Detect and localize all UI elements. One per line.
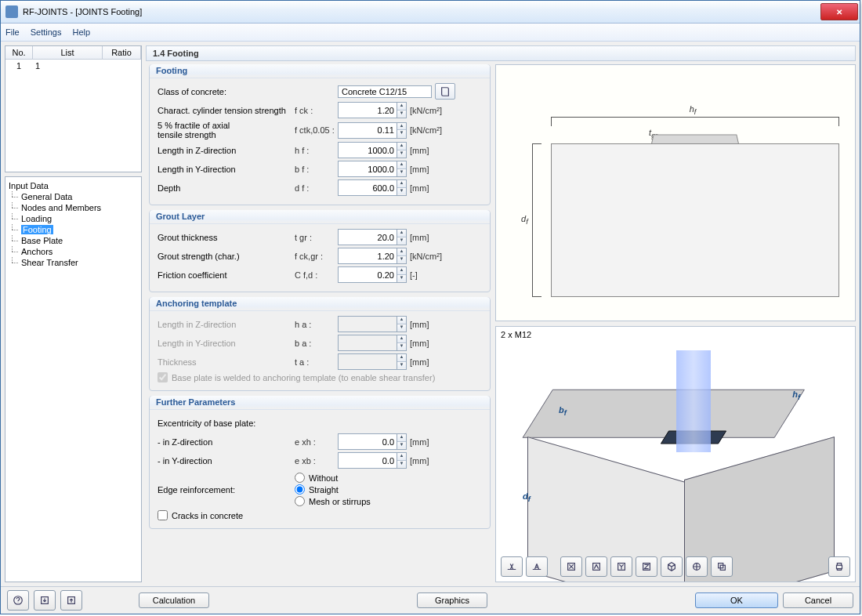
tree-item-shear: Shear Transfer: [7, 257, 139, 268]
import-button[interactable]: [34, 590, 56, 611]
spin-df[interactable]: ▲▼: [397, 179, 407, 196]
copy-icon[interactable]: [711, 556, 733, 577]
spin-fctk[interactable]: ▲▼: [397, 122, 407, 139]
view-yi-icon[interactable]: [610, 556, 632, 577]
unit-ha: [mm]: [410, 320, 429, 329]
form-panel: Footing Class of concrete: Concrete C12/…: [146, 64, 491, 582]
lbl-df: Depth: [158, 183, 295, 193]
spin-fck[interactable]: ▲▼: [397, 102, 407, 118]
input-cfd[interactable]: [338, 266, 397, 283]
menubar: File Settings Help: [1, 24, 860, 42]
radio-straight-row[interactable]: Straight: [295, 484, 482, 495]
spin-bf[interactable]: ▲▼: [397, 161, 407, 177]
sym-bf: b f :: [295, 165, 338, 174]
input-ez[interactable]: [338, 433, 397, 450]
chk-cracks-label: Cracks in concrete: [172, 511, 243, 520]
cancel-button[interactable]: Cancel: [783, 592, 853, 608]
tree-item-loading: Loading: [7, 213, 139, 224]
lbl-cfd: Friction coefficient: [158, 270, 295, 280]
graphics-button[interactable]: Graphics: [417, 592, 487, 608]
help-button[interactable]: [7, 590, 29, 611]
chk-weld-label: Base plate is welded to anchoring templa…: [172, 373, 435, 382]
canvas-elevation[interactable]: hf tgr df: [495, 64, 856, 321]
export-button[interactable]: [60, 590, 82, 611]
sym-ey: e xb :: [295, 456, 338, 466]
table-row[interactable]: 1 1: [5, 60, 141, 72]
view-toolbar: [501, 556, 850, 577]
canvas-3d[interactable]: 2 x M12 hf bf df: [495, 326, 856, 583]
lbl-ha: Length in Z-direction: [158, 320, 295, 329]
input-hf[interactable]: [338, 142, 397, 158]
view-xi-icon[interactable]: [585, 556, 607, 577]
view-zi-icon[interactable]: [636, 556, 657, 577]
calculation-button[interactable]: Calculation: [139, 592, 209, 608]
chk-cracks-row[interactable]: Cracks in concrete: [158, 510, 482, 520]
spin-ey[interactable]: ▲▼: [397, 452, 407, 469]
menu-file[interactable]: File: [5, 27, 20, 37]
cell-no: 1: [5, 60, 32, 72]
sym-ba: b a :: [295, 339, 338, 348]
col-no[interactable]: No.: [5, 46, 33, 59]
concrete-class-dropdown[interactable]: Concrete C12/15: [338, 85, 432, 98]
menu-help[interactable]: Help: [72, 27, 90, 37]
axis-x-icon[interactable]: [501, 556, 523, 577]
radio-mesh[interactable]: [295, 496, 305, 506]
lbl-ta: Thickness: [158, 357, 295, 367]
radio-without-row[interactable]: Without: [295, 473, 482, 483]
spin-ta: ▲▼: [397, 353, 407, 370]
chk-cracks[interactable]: [158, 510, 168, 520]
wireframe-icon[interactable]: [686, 556, 708, 577]
input-ba: [338, 335, 397, 351]
spin-ez[interactable]: ▲▼: [397, 433, 407, 450]
menu-settings[interactable]: Settings: [31, 27, 62, 37]
col-list[interactable]: List: [33, 46, 103, 59]
input-fckgr[interactable]: [338, 248, 397, 264]
radio-mesh-row[interactable]: Mesh or stirrups: [295, 496, 482, 506]
unit-ey: [mm]: [410, 456, 429, 466]
column-shape: [676, 350, 711, 452]
unit-hf: [mm]: [410, 146, 429, 155]
input-ey[interactable]: [338, 452, 397, 469]
spin-tgr[interactable]: ▲▼: [397, 229, 407, 245]
slab-shape: [551, 143, 839, 297]
concrete-library-button[interactable]: [435, 83, 455, 100]
lbl-fck: Charact. cylinder tension strength: [158, 106, 295, 115]
sym-cfd: C f,d :: [295, 270, 338, 280]
spin-hf[interactable]: ▲▼: [397, 142, 407, 158]
group-grout-title: Grout Layer: [150, 210, 490, 224]
ok-button[interactable]: OK: [695, 592, 778, 608]
graphics-panel: hf tgr df 2 x M12: [495, 64, 856, 582]
input-bf[interactable]: [338, 161, 397, 177]
tree-root[interactable]: Input Data: [7, 180, 139, 191]
lbl-bf: Length in Y-direction: [158, 165, 295, 174]
nav-tree[interactable]: Input Data General Data Nodes and Member…: [5, 176, 142, 582]
chk-weld: [158, 372, 168, 382]
titlebar: RF-JOINTS - [JOINTS Footing] ✕: [1, 1, 860, 24]
radio-straight[interactable]: [295, 484, 305, 495]
spin-fckgr[interactable]: ▲▼: [397, 248, 407, 264]
sym-fckgr: f ck,gr :: [295, 252, 338, 261]
unit-fckgr: [kN/cm²]: [410, 252, 442, 261]
input-fctk[interactable]: [338, 122, 397, 139]
lbl-fctk2: tensile strength: [158, 130, 216, 140]
spin-cfd[interactable]: ▲▼: [397, 266, 407, 283]
group-footing-title: Footing: [150, 64, 490, 78]
input-fck[interactable]: [338, 102, 397, 118]
cell-ratio: [103, 60, 141, 72]
input-tgr[interactable]: [338, 229, 397, 245]
radio-without[interactable]: [295, 473, 305, 483]
case-table[interactable]: No. List Ratio 1 1: [5, 45, 142, 172]
print-icon[interactable]: [828, 556, 850, 577]
table-header: No. List Ratio: [5, 46, 141, 60]
axis-a-icon[interactable]: [526, 556, 548, 577]
close-button[interactable]: ✕: [820, 3, 858, 20]
tree-item-nodes: Nodes and Members: [7, 202, 139, 213]
input-df[interactable]: [338, 179, 397, 196]
lbl-ecc: Excentricity of base plate:: [158, 419, 255, 428]
view-x-icon[interactable]: [560, 556, 582, 577]
lbl-fctk1: 5 % fractile of axial: [158, 121, 230, 130]
lbl-tgr: Grout thickness: [158, 233, 295, 242]
lbl-ey: - in Y-direction: [158, 456, 295, 466]
iso-icon[interactable]: [661, 556, 683, 577]
col-ratio[interactable]: Ratio: [103, 46, 141, 59]
